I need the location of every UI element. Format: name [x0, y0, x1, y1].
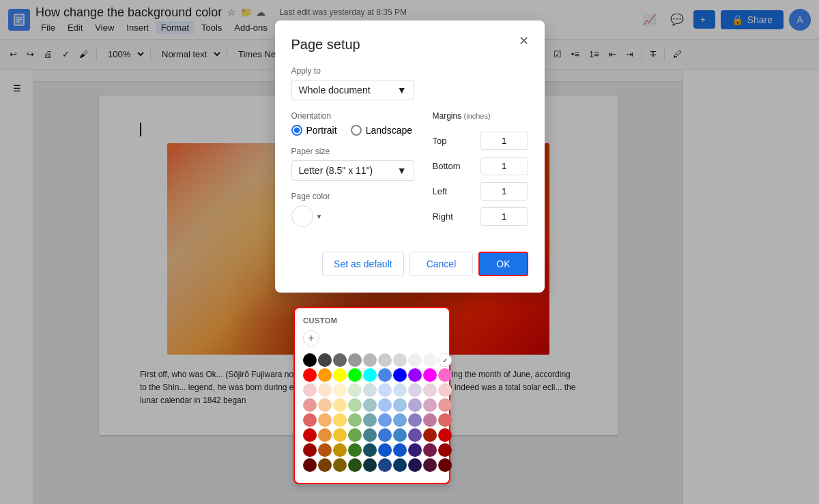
chevron-down-icon: ▼	[397, 85, 407, 95]
apply-to-dropdown[interactable]: Whole document ▼	[291, 80, 414, 100]
apply-to-label: Apply to	[291, 66, 528, 76]
color-dot[interactable]	[423, 413, 437, 427]
color-dot[interactable]	[438, 383, 452, 397]
color-dot[interactable]	[408, 398, 422, 412]
color-dot[interactable]	[363, 353, 377, 367]
color-dot[interactable]	[378, 353, 392, 367]
color-dot[interactable]	[393, 458, 407, 472]
color-dot[interactable]	[318, 443, 332, 457]
color-dot[interactable]	[393, 398, 407, 412]
color-dot[interactable]	[408, 443, 422, 457]
color-dot[interactable]	[438, 353, 452, 367]
color-dot[interactable]	[333, 368, 347, 382]
color-dot[interactable]	[393, 368, 407, 382]
color-dot[interactable]	[333, 413, 347, 427]
color-dot[interactable]	[423, 368, 437, 382]
color-dot[interactable]	[348, 383, 362, 397]
paper-size-row: Paper size Letter (8.5" x 11") ▼	[291, 147, 419, 181]
color-dot[interactable]	[423, 443, 437, 457]
margin-bottom-input[interactable]	[480, 157, 528, 175]
color-dot[interactable]	[363, 413, 377, 427]
color-dot[interactable]	[438, 428, 452, 442]
color-dot[interactable]	[378, 398, 392, 412]
color-dot[interactable]	[333, 428, 347, 442]
color-dot[interactable]	[333, 443, 347, 457]
color-dot[interactable]	[393, 413, 407, 427]
color-dot[interactable]	[348, 353, 362, 367]
color-dot[interactable]	[333, 383, 347, 397]
color-dot[interactable]	[378, 458, 392, 472]
color-dot[interactable]	[378, 383, 392, 397]
color-dot[interactable]	[348, 458, 362, 472]
color-dot[interactable]	[408, 368, 422, 382]
color-dot[interactable]	[438, 398, 452, 412]
color-dot[interactable]	[393, 428, 407, 442]
color-dot[interactable]	[393, 353, 407, 367]
cancel-button[interactable]: Cancel	[410, 252, 474, 276]
color-dot[interactable]	[318, 398, 332, 412]
color-dot[interactable]	[378, 413, 392, 427]
margin-top-input[interactable]	[480, 132, 528, 150]
color-dot[interactable]	[378, 443, 392, 457]
color-dot[interactable]	[303, 458, 317, 472]
color-dot[interactable]	[303, 398, 317, 412]
color-dot[interactable]	[303, 443, 317, 457]
set-default-button[interactable]: Set as default	[322, 252, 404, 276]
color-dot[interactable]	[438, 368, 452, 382]
color-dot[interactable]	[303, 413, 317, 427]
color-dot[interactable]	[423, 353, 437, 367]
color-dot[interactable]	[303, 383, 317, 397]
color-dot[interactable]	[318, 353, 332, 367]
color-dot[interactable]	[348, 398, 362, 412]
color-dot[interactable]	[423, 428, 437, 442]
color-dot[interactable]	[363, 398, 377, 412]
color-dot[interactable]	[438, 458, 452, 472]
color-dot[interactable]	[363, 383, 377, 397]
color-dot[interactable]	[378, 368, 392, 382]
portrait-option[interactable]: Portrait	[291, 125, 337, 136]
color-dot[interactable]	[318, 368, 332, 382]
add-custom-color-button[interactable]: +	[303, 330, 319, 346]
color-dot[interactable]	[408, 428, 422, 442]
color-dot[interactable]	[348, 428, 362, 442]
color-dot[interactable]	[303, 353, 317, 367]
color-dot[interactable]	[303, 428, 317, 442]
color-dot[interactable]	[438, 443, 452, 457]
color-dot[interactable]	[378, 428, 392, 442]
color-dot[interactable]	[363, 443, 377, 457]
landscape-radio[interactable]	[351, 125, 362, 136]
color-dot[interactable]	[348, 368, 362, 382]
portrait-radio[interactable]	[291, 125, 302, 136]
color-dot[interactable]	[408, 413, 422, 427]
margin-left-input[interactable]	[480, 182, 528, 201]
color-dot[interactable]	[318, 413, 332, 427]
color-dot[interactable]	[333, 398, 347, 412]
color-dot[interactable]	[318, 458, 332, 472]
dialog-close-button[interactable]: ✕	[515, 31, 534, 50]
color-dot[interactable]	[318, 383, 332, 397]
color-dot[interactable]	[438, 413, 452, 427]
ok-button[interactable]: OK	[478, 252, 528, 276]
color-dot[interactable]	[423, 398, 437, 412]
color-dot[interactable]	[333, 458, 347, 472]
portrait-label: Portrait	[306, 125, 337, 136]
color-dot[interactable]	[393, 443, 407, 457]
color-dot[interactable]	[363, 458, 377, 472]
color-dot[interactable]	[303, 368, 317, 382]
landscape-option[interactable]: Landscape	[351, 125, 413, 136]
color-dot[interactable]	[363, 368, 377, 382]
color-dot[interactable]	[348, 413, 362, 427]
color-dot[interactable]	[423, 458, 437, 472]
color-dot[interactable]	[348, 443, 362, 457]
color-dot[interactable]	[423, 383, 437, 397]
color-dot[interactable]	[333, 353, 347, 367]
color-dot[interactable]	[408, 458, 422, 472]
color-dot[interactable]	[363, 428, 377, 442]
color-dot[interactable]	[408, 353, 422, 367]
paper-size-dropdown[interactable]: Letter (8.5" x 11") ▼	[291, 160, 414, 181]
color-dot[interactable]	[318, 428, 332, 442]
color-dot[interactable]	[408, 383, 422, 397]
margin-right-input[interactable]	[480, 207, 528, 226]
page-color-button[interactable]: ▼	[291, 205, 323, 227]
color-dot[interactable]	[393, 383, 407, 397]
